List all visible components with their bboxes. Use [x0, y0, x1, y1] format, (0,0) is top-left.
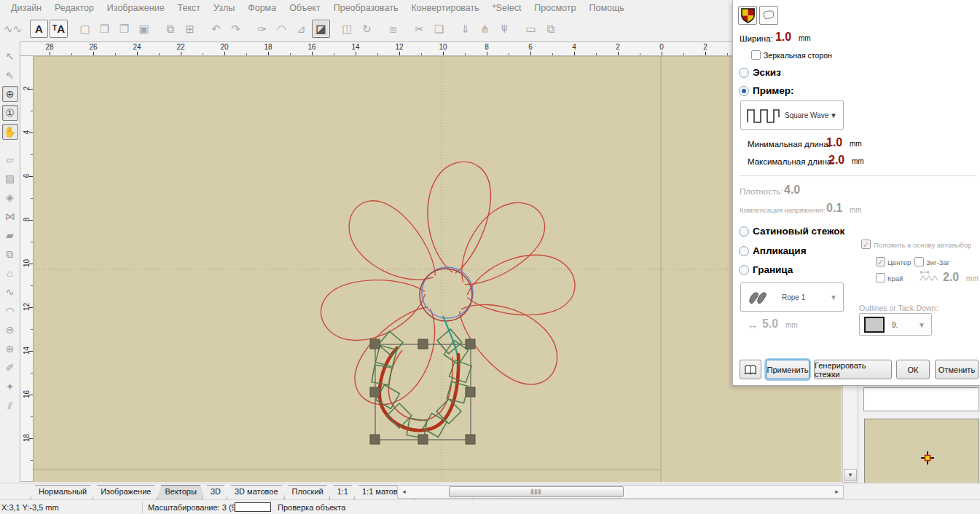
- outline-shape-tool[interactable]: ⌂: [2, 265, 18, 281]
- tab-2[interactable]: Векторы: [156, 485, 205, 499]
- canvas-horizontal-scrollbar[interactable]: ◂ ⦀⦀⦀ ▸: [397, 485, 844, 499]
- sample-radio[interactable]: [739, 86, 749, 96]
- magic-sheet-icon[interactable]: ❏: [430, 20, 448, 38]
- menu-item-1[interactable]: Редактор: [48, 1, 101, 16]
- width-value[interactable]: 1.0: [775, 31, 791, 44]
- dropdown-arrow-icon[interactable]: ▼: [918, 320, 925, 328]
- select-tool[interactable]: ↖: [2, 48, 18, 64]
- wave-pattern-dropdown[interactable]: Square Wave ▼: [740, 100, 844, 130]
- layered-shapes-tool[interactable]: ⧉: [2, 246, 18, 262]
- center-checkbox[interactable]: ✓: [876, 257, 885, 266]
- hoop-frame-icon[interactable]: ▭: [522, 20, 540, 38]
- tab-3[interactable]: 3D: [202, 485, 230, 499]
- page-rotate-icon[interactable]: ⧈: [384, 20, 402, 38]
- generate-stitches-button[interactable]: Генерировать стежки: [814, 360, 892, 379]
- tab-5[interactable]: Плоский: [283, 485, 332, 499]
- menu-item-11[interactable]: Помощь: [582, 1, 630, 16]
- menu-item-0[interactable]: Дизайн: [4, 1, 48, 16]
- node-edit-tool[interactable]: ⇖: [2, 67, 18, 83]
- border-radio[interactable]: [739, 265, 749, 275]
- zoom-one-tool[interactable]: ①: [2, 105, 18, 121]
- lettering-a-icon[interactable]: A: [30, 20, 48, 38]
- ruler-tick: [29, 89, 33, 90]
- gear-ring-tool[interactable]: ⊛: [2, 341, 18, 357]
- menu-item-5[interactable]: Форма: [241, 1, 283, 16]
- menu-item-7[interactable]: Преобразовать: [327, 1, 405, 16]
- panel-view-icon[interactable]: ◫: [338, 20, 356, 38]
- selected-horseshoe-object[interactable]: [370, 329, 475, 444]
- ribbon-tool[interactable]: ▰: [2, 227, 18, 243]
- curve-tool[interactable]: ◠: [2, 303, 18, 319]
- measure-tool[interactable]: ⫽: [2, 398, 18, 414]
- paste-icon[interactable]: ⊞: [181, 20, 199, 38]
- cancel-button[interactable]: Отменить: [935, 360, 979, 379]
- scroll-left-arrow-icon[interactable]: ◂: [399, 486, 409, 497]
- trowel-icon[interactable]: ⊿: [292, 20, 310, 38]
- magic-wand-tool[interactable]: ✦: [2, 379, 18, 395]
- branch-down-icon[interactable]: ⋔: [495, 20, 514, 38]
- arc-tool-icon[interactable]: ◠: [273, 20, 291, 38]
- scroll-down-arrow-icon[interactable]: ▾: [844, 469, 857, 481]
- tab-4[interactable]: 3D матовое: [226, 485, 287, 499]
- outlines-dropdown[interactable]: 9. ▼: [859, 313, 932, 336]
- menu-item-8[interactable]: Конвертировать: [404, 1, 485, 16]
- satin-radio[interactable]: [739, 226, 749, 237]
- help-book-button[interactable]: [740, 360, 761, 379]
- underlay-autoselect-checkbox[interactable]: ✓: [861, 240, 871, 249]
- pattern-fill-tool[interactable]: ▨: [2, 170, 18, 186]
- eraser-icon[interactable]: ◪: [312, 20, 330, 38]
- copy-icon[interactable]: ⧉: [161, 20, 179, 38]
- dropdown-arrow-icon[interactable]: ▼: [830, 293, 837, 301]
- edge-checkbox[interactable]: [876, 273, 885, 282]
- tab-1[interactable]: Изображение: [92, 485, 160, 499]
- min-length-value[interactable]: 1.0: [826, 136, 842, 149]
- menu-item-10[interactable]: Просмотр: [528, 1, 582, 16]
- scrollbar-thumb[interactable]: ⦀⦀⦀: [449, 486, 624, 497]
- undo-icon[interactable]: ↶: [207, 20, 225, 38]
- menu-item-9[interactable]: *Select: [486, 1, 528, 16]
- lettering-ta-icon[interactable]: ᵀA: [50, 20, 68, 38]
- new-file-icon[interactable]: ▢: [76, 20, 94, 38]
- apply-button[interactable]: Применить: [766, 360, 810, 379]
- knife-tool[interactable]: ✐: [2, 360, 18, 376]
- freeform-shape-tool[interactable]: ▱: [2, 151, 18, 167]
- ruler-tick: [662, 52, 662, 55]
- rope-pattern-dropdown[interactable]: Rope 1 ▼: [740, 282, 844, 312]
- zigzag-checkbox[interactable]: [914, 257, 924, 266]
- regenerate-icon[interactable]: ↻: [358, 20, 376, 38]
- design-canvas[interactable]: [34, 56, 842, 482]
- tab-0[interactable]: Нормальный: [30, 485, 95, 499]
- color-list-box[interactable]: [863, 387, 979, 411]
- menu-item-4[interactable]: Узлы: [207, 1, 241, 16]
- freeform-shape-button[interactable]: [759, 6, 778, 25]
- insert-stitches-icon[interactable]: ⇓: [456, 20, 474, 38]
- ok-button[interactable]: ОК: [896, 360, 930, 379]
- zigzag-stitch-icon[interactable]: ∿∿: [4, 20, 22, 38]
- sketch-radio[interactable]: [739, 68, 749, 78]
- cross-shapes-tool[interactable]: ⋈: [2, 208, 18, 224]
- open-file-icon[interactable]: ❒: [95, 20, 114, 38]
- node-pen-icon[interactable]: ✑: [253, 20, 271, 38]
- scroll-right-arrow-icon[interactable]: ▸: [831, 486, 842, 497]
- zoom-tool[interactable]: ⊕: [2, 86, 18, 102]
- mirror-checkbox[interactable]: [751, 50, 761, 60]
- max-length-value[interactable]: 2.0: [828, 154, 844, 167]
- gear-shape-tool[interactable]: ◈: [2, 189, 18, 205]
- menu-item-3[interactable]: Текст: [171, 1, 207, 16]
- shield-style-button[interactable]: [738, 6, 757, 25]
- merge-file-icon[interactable]: ❐: [115, 20, 133, 38]
- tab-6[interactable]: 1:1: [329, 485, 357, 499]
- menu-item-2[interactable]: Изображение: [101, 1, 171, 16]
- flower-petals[interactable]: [317, 156, 576, 419]
- zigzag-line-tool[interactable]: ∿: [2, 284, 18, 300]
- branch-up-icon[interactable]: ⋔: [476, 20, 494, 38]
- mesh-sphere-tool[interactable]: ⊜: [2, 322, 18, 338]
- menu-item-6[interactable]: Объект: [283, 1, 327, 16]
- scissors-icon[interactable]: ✂: [410, 20, 428, 38]
- pan-tool[interactable]: ✋: [2, 124, 18, 140]
- dropdown-arrow-icon[interactable]: ▼: [830, 111, 837, 119]
- cascade-windows-icon[interactable]: ⧉: [541, 20, 560, 38]
- applique-radio[interactable]: [739, 246, 749, 256]
- redo-icon[interactable]: ↷: [227, 20, 245, 38]
- save-icon[interactable]: ▣: [135, 20, 153, 38]
